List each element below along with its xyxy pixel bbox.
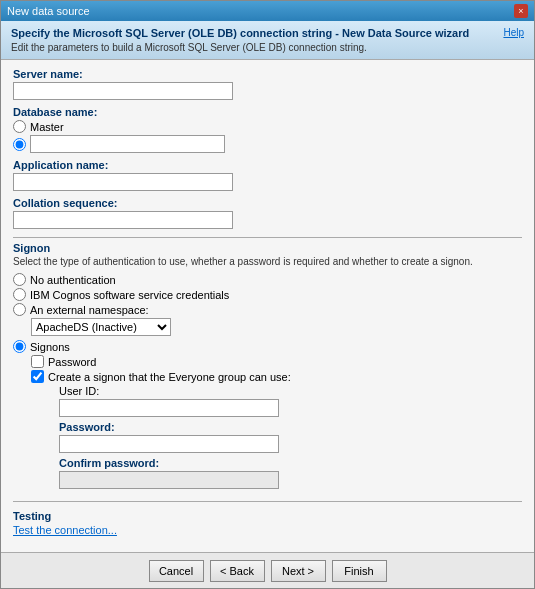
collation-sequence-group: Collation sequence:: [13, 197, 522, 229]
db-custom-radio[interactable]: [13, 138, 26, 151]
namespace-dropdown-wrapper: ApacheDS (Inactive): [13, 318, 522, 340]
dialog-header: Specify the Microsoft SQL Server (OLE DB…: [1, 21, 534, 60]
application-name-label: Application name:: [13, 159, 522, 171]
create-signon-checkbox-group: Create a signon that the Everyone group …: [31, 370, 522, 383]
password-checkbox-label: Password: [48, 356, 96, 368]
signon-title: Signon: [13, 242, 522, 254]
help-link[interactable]: Help: [503, 27, 524, 38]
ext-namespace-radio[interactable]: [13, 303, 26, 316]
no-auth-option: No authentication: [13, 273, 522, 286]
confirm-password-input[interactable]: [59, 471, 279, 489]
db-custom-option: [13, 135, 522, 153]
server-name-label: Server name:: [13, 68, 522, 80]
dialog-subtitle: Edit the parameters to build a Microsoft…: [11, 42, 493, 53]
server-name-group: Server name:: [13, 68, 522, 100]
close-button[interactable]: ×: [514, 4, 528, 18]
signon-desc: Select the type of authentication to use…: [13, 256, 522, 267]
ext-namespace-option: An external namespace:: [13, 303, 522, 316]
db-custom-input[interactable]: [30, 135, 225, 153]
window-title: New data source: [7, 5, 90, 17]
signon-divider: [13, 237, 522, 238]
db-master-option: Master: [13, 120, 522, 133]
create-signon-label: Create a signon that the Everyone group …: [48, 371, 291, 383]
finish-button[interactable]: Finish: [332, 560, 387, 582]
namespace-dropdown[interactable]: ApacheDS (Inactive): [31, 318, 171, 336]
database-name-group: Database name: Master: [13, 106, 522, 153]
confirm-password-group: Confirm password:: [59, 457, 522, 489]
no-auth-label: No authentication: [30, 274, 116, 286]
testing-divider: [13, 501, 522, 502]
header-content: Specify the Microsoft SQL Server (OLE DB…: [11, 27, 493, 53]
cognos-creds-option: IBM Cognos software service credentials: [13, 288, 522, 301]
testing-section: Testing Test the connection...: [13, 510, 522, 536]
no-auth-radio[interactable]: [13, 273, 26, 286]
signons-label: Signons: [30, 341, 70, 353]
user-id-group: User ID:: [59, 385, 522, 417]
next-button[interactable]: Next >: [271, 560, 326, 582]
server-name-input[interactable]: [13, 82, 233, 100]
user-id-label: User ID:: [59, 385, 522, 397]
database-name-label: Database name:: [13, 106, 522, 118]
password-field-label: Password:: [59, 421, 522, 433]
main-window: New data source × Specify the Microsoft …: [0, 0, 535, 589]
application-name-input[interactable]: [13, 173, 233, 191]
cancel-button[interactable]: Cancel: [149, 560, 204, 582]
dialog-footer: Cancel < Back Next > Finish: [1, 552, 534, 588]
back-button[interactable]: < Back: [210, 560, 265, 582]
signons-radio[interactable]: [13, 340, 26, 353]
dialog-title: Specify the Microsoft SQL Server (OLE DB…: [11, 27, 493, 39]
password-field-input[interactable]: [59, 435, 279, 453]
testing-title: Testing: [13, 510, 522, 522]
password-checkbox-group: Password: [31, 355, 522, 368]
test-connection-link[interactable]: Test the connection...: [13, 524, 117, 536]
dialog-body: Server name: Database name: Master Appli…: [1, 60, 534, 552]
signons-sub: Password Create a signon that the Everyo…: [31, 355, 522, 489]
create-signon-checkbox[interactable]: [31, 370, 44, 383]
title-bar: New data source ×: [1, 1, 534, 21]
db-master-radio[interactable]: [13, 120, 26, 133]
user-id-input[interactable]: [59, 399, 279, 417]
signon-section: Signon Select the type of authentication…: [13, 242, 522, 489]
password-field-group: Password:: [59, 421, 522, 453]
collation-sequence-label: Collation sequence:: [13, 197, 522, 209]
signons-option: Signons: [13, 340, 522, 353]
cognos-creds-label: IBM Cognos software service credentials: [30, 289, 229, 301]
password-checkbox[interactable]: [31, 355, 44, 368]
db-master-label: Master: [30, 121, 64, 133]
collation-sequence-input[interactable]: [13, 211, 233, 229]
ext-namespace-label: An external namespace:: [30, 304, 149, 316]
confirm-password-label: Confirm password:: [59, 457, 522, 469]
application-name-group: Application name:: [13, 159, 522, 191]
cognos-creds-radio[interactable]: [13, 288, 26, 301]
